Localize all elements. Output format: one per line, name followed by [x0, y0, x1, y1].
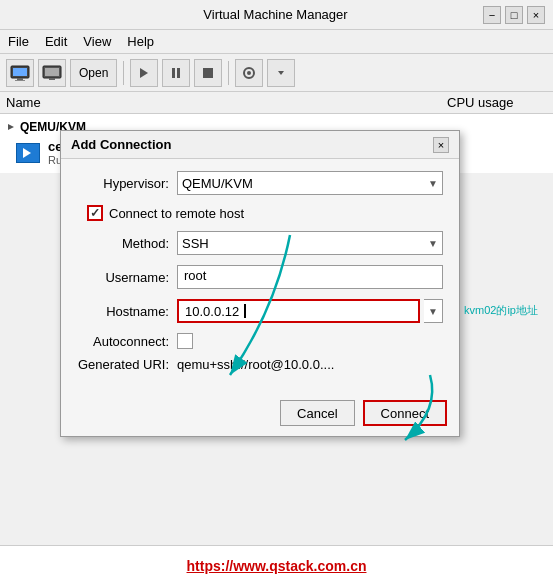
autoconnect-row: Autoconnect:	[77, 333, 443, 349]
hypervisor-select[interactable]: QEMU/KVM ▼	[177, 171, 443, 195]
menu-file[interactable]: File	[8, 34, 29, 49]
toolbar-separator-2	[228, 61, 229, 85]
connect-remote-checkbox[interactable]: ✓	[87, 205, 103, 221]
group-arrow-icon	[6, 122, 16, 132]
autoconnect-label: Autoconnect:	[77, 334, 177, 349]
svg-marker-14	[8, 124, 14, 130]
method-row: Method: SSH ▼	[77, 231, 443, 255]
method-select[interactable]: SSH ▼	[177, 231, 443, 255]
svg-rect-8	[172, 68, 175, 78]
cancel-button[interactable]: Cancel	[280, 400, 354, 426]
svg-rect-10	[203, 68, 213, 78]
hypervisor-arrow-icon: ▼	[428, 178, 438, 189]
username-control: root	[177, 265, 443, 289]
method-label: Method:	[77, 236, 177, 251]
hostname-label: Hostname:	[77, 304, 177, 319]
hypervisor-row: Hypervisor: QEMU/KVM ▼	[77, 171, 443, 195]
website-link[interactable]: https://www.qstack.com.cn	[187, 558, 367, 574]
username-label: Username:	[77, 270, 177, 285]
settings-icon[interactable]	[235, 59, 263, 87]
vm-icon	[16, 143, 40, 163]
chevron-down-icon[interactable]	[267, 59, 295, 87]
title-bar: Virtual Machine Manager − □ ×	[0, 0, 553, 30]
username-value: root	[184, 268, 206, 283]
hostname-arrow-icon: ▼	[428, 306, 438, 317]
svg-rect-5	[45, 68, 59, 76]
stop-icon[interactable]	[194, 59, 222, 87]
open-button[interactable]: Open	[70, 59, 117, 87]
hostname-dropdown[interactable]: ▼	[424, 299, 443, 323]
new-vm-icon[interactable]	[6, 59, 34, 87]
svg-rect-9	[177, 68, 180, 78]
hostname-input[interactable]: 10.0.0.12	[177, 299, 420, 323]
hypervisor-label: Hypervisor:	[77, 176, 177, 191]
menu-edit[interactable]: Edit	[45, 34, 67, 49]
menu-help[interactable]: Help	[127, 34, 154, 49]
uri-row: Generated URI: qemu+ssh://root@10.0.0...…	[77, 357, 443, 372]
toolbar-separator	[123, 61, 124, 85]
open-label: Open	[79, 66, 108, 80]
menu-view[interactable]: View	[83, 34, 111, 49]
col-name: Name	[6, 95, 447, 110]
username-row: Username: root	[77, 265, 443, 289]
dialog-close-button[interactable]: ×	[433, 137, 449, 153]
window-title: Virtual Machine Manager	[68, 7, 483, 22]
hostname-hint: kvm02的ip地址	[464, 303, 538, 318]
autoconnect-checkbox[interactable]	[177, 333, 193, 349]
username-input[interactable]: root	[177, 265, 443, 289]
menu-bar: File Edit View Help	[0, 30, 553, 54]
play-icon[interactable]	[130, 59, 158, 87]
hypervisor-value: QEMU/KVM	[182, 176, 253, 191]
vm-play-icon	[23, 148, 33, 158]
column-headers: Name CPU usage	[0, 92, 553, 114]
dialog-body: Hypervisor: QEMU/KVM ▼ ✓ Connect to remo…	[61, 159, 459, 394]
text-cursor	[244, 304, 246, 318]
vm-screen-icon[interactable]	[38, 59, 66, 87]
hostname-row: Hostname: 10.0.0.12 ▼ kvm02的ip地址	[77, 299, 443, 323]
connect-remote-row: ✓ Connect to remote host	[77, 205, 443, 221]
close-button[interactable]: ×	[527, 6, 545, 24]
maximize-button[interactable]: □	[505, 6, 523, 24]
connect-remote-label: Connect to remote host	[109, 206, 244, 221]
hypervisor-control: QEMU/KVM ▼	[177, 171, 443, 195]
window-controls: − □ ×	[483, 6, 545, 24]
svg-rect-1	[13, 68, 27, 76]
col-cpu: CPU usage	[447, 95, 547, 110]
toolbar: Open	[0, 54, 553, 92]
svg-marker-7	[140, 68, 148, 78]
pause-icon[interactable]	[162, 59, 190, 87]
connect-button[interactable]: Connect	[363, 400, 447, 426]
add-connection-dialog: Add Connection × Hypervisor: QEMU/KVM ▼ …	[60, 130, 460, 437]
method-value: SSH	[182, 236, 209, 251]
bottom-bar: https://www.qstack.com.cn	[0, 545, 553, 585]
svg-marker-13	[278, 71, 284, 75]
hostname-control: 10.0.0.12 ▼ kvm02的ip地址	[177, 299, 443, 323]
dialog-titlebar: Add Connection ×	[61, 131, 459, 159]
checkmark-icon: ✓	[90, 206, 100, 220]
method-arrow-icon: ▼	[428, 238, 438, 249]
svg-rect-3	[15, 80, 25, 81]
dialog-buttons: Cancel Connect	[61, 394, 459, 436]
uri-label: Generated URI:	[77, 357, 177, 372]
minimize-button[interactable]: −	[483, 6, 501, 24]
dialog-title: Add Connection	[71, 137, 171, 152]
svg-rect-6	[49, 78, 55, 80]
svg-rect-2	[17, 78, 23, 80]
svg-point-12	[247, 71, 251, 75]
hostname-value: 10.0.0.12	[185, 304, 239, 319]
method-control: SSH ▼	[177, 231, 443, 255]
uri-value: qemu+ssh://root@10.0.0....	[177, 357, 334, 372]
